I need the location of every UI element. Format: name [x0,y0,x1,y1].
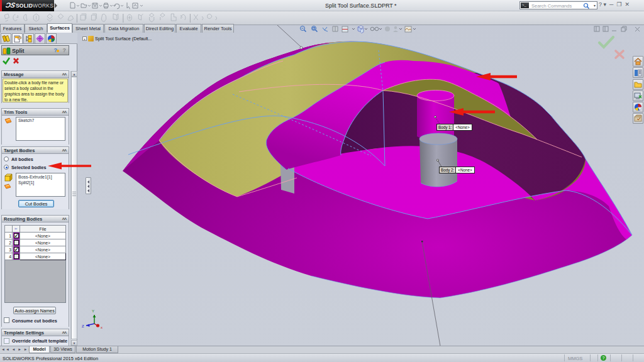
svg-text:Z: Z [82,324,84,328]
svg-text:x: x [101,326,103,329]
svg-text:Y: Y [92,309,94,313]
